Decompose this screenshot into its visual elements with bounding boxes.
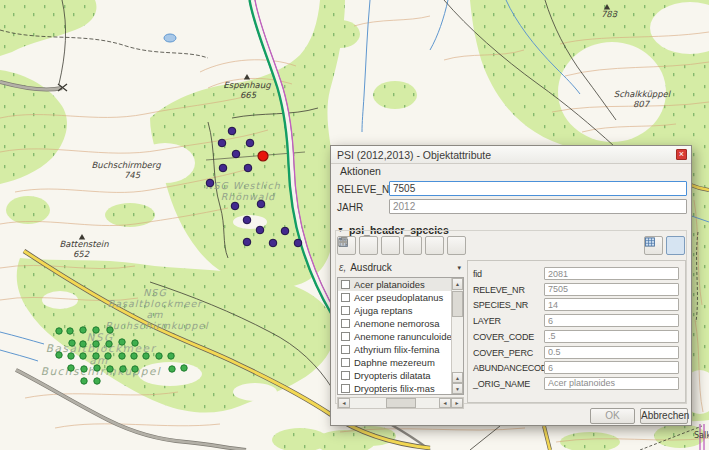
scroll-left-button-2[interactable]: ◄ xyxy=(439,398,451,408)
survey-point-green[interactable] xyxy=(143,353,149,359)
attribute-value-input[interactable] xyxy=(544,330,679,343)
survey-point-green[interactable] xyxy=(93,341,99,347)
survey-point-green[interactable] xyxy=(80,327,86,333)
survey-point-green[interactable] xyxy=(56,328,62,334)
cancel-button[interactable]: Abbrechen xyxy=(640,408,688,424)
survey-point-purple[interactable] xyxy=(218,139,226,147)
species-checkbox[interactable] xyxy=(341,332,350,341)
species-checkbox[interactable] xyxy=(341,306,350,315)
species-checkbox[interactable] xyxy=(341,345,350,354)
vertical-scroll-thumb[interactable] xyxy=(452,291,463,317)
survey-point-green[interactable] xyxy=(156,353,162,359)
survey-point-green[interactable] xyxy=(80,341,86,347)
survey-point-green[interactable] xyxy=(132,340,138,346)
species-checkbox[interactable] xyxy=(341,293,350,302)
delete-feature-button[interactable] xyxy=(403,236,422,255)
horizontal-scrollbar[interactable]: ◄ ◄ ► xyxy=(337,397,464,409)
dialog-titlebar[interactable]: PSI (2012,2013) - Objektattribute × xyxy=(331,146,691,164)
selected-survey-point[interactable] xyxy=(258,151,268,161)
scroll-up-button[interactable]: ▲ xyxy=(452,278,463,290)
survey-point-purple[interactable] xyxy=(243,238,251,246)
link-feature-button[interactable] xyxy=(447,236,466,255)
species-checkbox[interactable] xyxy=(341,358,350,367)
species-checkbox[interactable] xyxy=(341,371,350,380)
scroll-right-button[interactable]: ► xyxy=(451,398,463,408)
survey-point-green[interactable] xyxy=(81,366,87,372)
survey-point-purple[interactable] xyxy=(269,239,277,247)
survey-point-green[interactable] xyxy=(132,366,138,372)
survey-point-green[interactable] xyxy=(93,327,99,333)
spin-up-button[interactable]: ▲ xyxy=(452,372,463,383)
close-icon[interactable]: × xyxy=(676,149,687,160)
survey-point-green[interactable] xyxy=(81,378,87,384)
survey-point-purple[interactable] xyxy=(256,226,264,234)
species-row[interactable]: Athyrium filix-femina xyxy=(338,343,451,356)
survey-point-green[interactable] xyxy=(181,365,187,371)
survey-point-green[interactable] xyxy=(106,341,112,347)
survey-point-purple[interactable] xyxy=(232,150,240,158)
attribute-value-input[interactable] xyxy=(544,298,679,311)
attribute-value-input[interactable] xyxy=(544,346,679,359)
survey-point-selected[interactable] xyxy=(258,151,268,161)
survey-point-green[interactable] xyxy=(169,366,175,372)
survey-point-green[interactable] xyxy=(107,327,113,333)
species-checkbox[interactable] xyxy=(341,319,350,328)
spin-down-button[interactable]: ▼ xyxy=(452,383,463,394)
unlink-feature-button[interactable] xyxy=(425,236,444,255)
survey-point-purple[interactable] xyxy=(228,127,236,135)
survey-point-green[interactable] xyxy=(168,353,174,359)
survey-point-green[interactable] xyxy=(120,366,126,372)
species-row[interactable]: Ajuga reptans xyxy=(338,304,451,317)
survey-point-purple[interactable] xyxy=(257,200,265,208)
survey-point-purple[interactable] xyxy=(206,179,214,187)
survey-point-green[interactable] xyxy=(105,353,111,359)
species-row[interactable]: Anemone nemorosa xyxy=(338,317,451,330)
species-checkbox[interactable] xyxy=(341,280,350,289)
scroll-left-button[interactable]: ◄ xyxy=(338,398,350,408)
expression-filter-row[interactable]: ε, Ausdruck ▾ xyxy=(337,260,464,275)
survey-point-purple[interactable] xyxy=(231,202,239,210)
survey-point-purple[interactable] xyxy=(281,227,289,235)
survey-point-green[interactable] xyxy=(67,328,73,334)
species-row[interactable]: Daphne mezereum xyxy=(338,356,451,369)
species-row[interactable]: Acer pseudoplatanus xyxy=(338,291,451,304)
attribute-value-input[interactable] xyxy=(544,267,679,280)
attribute-value-input[interactable] xyxy=(544,361,679,374)
survey-point-green[interactable] xyxy=(56,352,62,358)
survey-point-green[interactable] xyxy=(119,353,125,359)
duplicate-feature-button[interactable] xyxy=(381,236,400,255)
attribute-value-input[interactable] xyxy=(544,377,679,390)
save-edits-button[interactable] xyxy=(359,236,378,255)
survey-point-green[interactable] xyxy=(68,353,74,359)
jahr-input[interactable] xyxy=(389,199,687,214)
survey-point-purple[interactable] xyxy=(243,216,251,224)
survey-point-green[interactable] xyxy=(119,339,125,345)
vertical-scrollbar[interactable]: ▲ ▲ ▼ xyxy=(451,278,463,394)
survey-point-green[interactable] xyxy=(131,353,137,359)
horizontal-scroll-thumb[interactable] xyxy=(386,398,416,408)
survey-point-green[interactable] xyxy=(68,365,74,371)
survey-point-green[interactable] xyxy=(80,353,86,359)
chevron-down-icon[interactable]: ▾ xyxy=(457,264,461,272)
survey-point-green[interactable] xyxy=(94,378,100,384)
table-view-button[interactable] xyxy=(666,236,685,255)
survey-point-purple[interactable] xyxy=(244,164,252,172)
species-row[interactable]: Dryopteris filix-mas xyxy=(338,382,451,395)
attribute-value-input[interactable] xyxy=(544,314,679,327)
ok-button[interactable]: OK xyxy=(590,408,635,424)
survey-point-green[interactable] xyxy=(107,366,113,372)
survey-point-green[interactable] xyxy=(94,365,100,371)
survey-point-purple[interactable] xyxy=(246,139,254,147)
menu-aktionen[interactable]: Aktionen xyxy=(335,164,386,178)
survey-point-purple[interactable] xyxy=(219,164,227,172)
species-row[interactable]: Dryopteris dilatata xyxy=(338,369,451,382)
species-row[interactable]: Acer platanoides xyxy=(338,278,451,291)
survey-point-purple[interactable] xyxy=(294,239,302,247)
survey-point-green[interactable] xyxy=(69,340,75,346)
releve-nr-input[interactable] xyxy=(389,181,687,196)
survey-point-green[interactable] xyxy=(93,353,99,359)
qgis-map-canvas[interactable]: Espenhaug665Buchschirmberg745Battenstein… xyxy=(0,0,709,450)
species-row[interactable]: Anemone ranunculoides xyxy=(338,330,451,343)
attribute-value-input[interactable] xyxy=(544,283,679,296)
species-checkbox[interactable] xyxy=(341,384,350,393)
